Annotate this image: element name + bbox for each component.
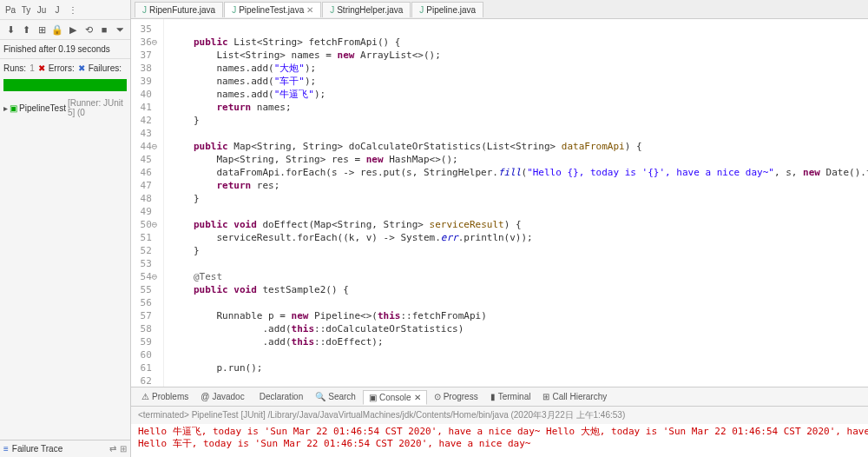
rerun-icon[interactable]: ▶ xyxy=(66,23,80,36)
call hierarchy-icon: ⊞ xyxy=(542,392,549,401)
next-fail-icon[interactable]: ⬇ xyxy=(3,23,17,36)
editor-tabs: JRipenFuture.javaJPipelineTest.java✕JStr… xyxy=(131,0,868,19)
editor-tab[interactable]: JStringHelper.java xyxy=(322,2,411,17)
search-icon: 🔍 xyxy=(315,392,326,401)
terminal-icon: ▮ xyxy=(490,392,496,401)
failures-label: Failures: xyxy=(89,63,122,73)
test-tree[interactable]: ▸ ▣ PipelineTest [Runner: JUnit 5] (0 xyxy=(0,93,130,123)
runs-label: Runs: xyxy=(3,63,26,73)
bottom-panel: ⚠ Problems@ JavadocDeclaration🔍 Search▣ … xyxy=(131,387,868,457)
junit-toolbar: Pa Ty Ju J ⋮ xyxy=(0,0,130,20)
failure-trace-section: ≡ Failure Trace ⇄ ⊞ xyxy=(0,440,130,457)
java-file-icon: J xyxy=(232,5,236,15)
java-file-icon: J xyxy=(419,5,424,15)
bottom-tab-console[interactable]: ▣ Console ✕ xyxy=(363,390,427,405)
ju-icon[interactable]: Ju xyxy=(35,3,49,17)
java-file-icon: J xyxy=(330,5,334,15)
tab-label: PipelineTest.java xyxy=(239,5,304,15)
stop-icon[interactable]: ■ xyxy=(97,23,111,36)
close-tab-icon[interactable]: ✕ xyxy=(306,5,313,15)
history-icon[interactable]: ⏷ xyxy=(113,23,127,36)
bottom-tab-terminal[interactable]: ▮ Terminal xyxy=(485,390,536,403)
test-progress-bar xyxy=(3,79,127,91)
close-icon[interactable]: ✕ xyxy=(414,393,421,402)
bottom-tab-problems[interactable]: ⚠ Problems xyxy=(136,390,194,403)
bottom-tab-declaration[interactable]: Declaration xyxy=(252,390,309,403)
console-icon: ▣ xyxy=(369,393,377,402)
pa-icon[interactable]: Pa xyxy=(3,3,17,17)
failure-trace-icon: ≡ xyxy=(3,444,9,454)
java-file-icon: J xyxy=(142,5,147,15)
runner-info: [Runner: JUnit 5] (0 xyxy=(68,98,127,117)
bottom-view-tabs: ⚠ Problems@ JavadocDeclaration🔍 Search▣ … xyxy=(131,387,868,407)
tab-label: StringHelper.java xyxy=(337,5,403,15)
editor-tab[interactable]: JPipeline.java xyxy=(411,2,483,17)
bottom-tab-call-hierarchy[interactable]: ⊞ Call Hierarchy xyxy=(537,390,612,403)
progress-icon: ⊙ xyxy=(434,392,441,401)
junit-secondary-toolbar: ⬇ ⬆ ⊞ 🔒 ▶ ⟲ ■ ⏷ xyxy=(0,20,130,40)
runs-counts: Runs: 1 ✖ Errors: ✖ Failures: xyxy=(0,59,130,77)
bottom-tab-search[interactable]: 🔍 Search xyxy=(310,390,361,403)
editor-tab[interactable]: JRipenFuture.java xyxy=(135,2,223,17)
tab-label: Pipeline.java xyxy=(426,5,476,15)
javadoc-icon: @ xyxy=(201,392,209,401)
console-output[interactable]: Hello 牛逼飞, today is 'Sun Mar 22 01:46:54… xyxy=(131,424,868,457)
terminated-info: <terminated> PipelineTest [JUnit] /Libra… xyxy=(131,407,868,424)
test-pass-icon: ▣ xyxy=(10,103,17,113)
problems-icon: ⚠ xyxy=(141,392,149,401)
failure-trace-label: Failure Trace xyxy=(12,444,62,454)
junit-view: Pa Ty Ju J ⋮ ⬇ ⬆ ⊞ 🔒 ▶ ⟲ ■ ⏷ Finished af… xyxy=(0,0,131,457)
editor-area: JRipenFuture.javaJPipelineTest.java✕JStr… xyxy=(131,0,868,457)
tab-label: RipenFuture.java xyxy=(149,5,215,15)
prev-fail-icon[interactable]: ⬆ xyxy=(19,23,33,36)
code-editor[interactable]: 35 36⊖ 37 38 39 40 41 42 43 44⊖ 45 46 47… xyxy=(131,19,868,387)
bottom-tab-progress[interactable]: ⊙ Progress xyxy=(429,390,483,403)
editor-tab[interactable]: JPipelineTest.java✕ xyxy=(224,2,321,17)
show-failures-icon[interactable]: ⊞ xyxy=(35,23,49,36)
rerun-failed-icon[interactable]: ⟲ xyxy=(82,23,95,36)
code-content[interactable]: public List<String> fetchFromApi() { Lis… xyxy=(164,19,869,387)
scroll-lock-icon[interactable]: 🔒 xyxy=(50,23,64,36)
finished-status: Finished after 0.19 seconds xyxy=(0,40,130,59)
ty-icon[interactable]: Ty xyxy=(19,3,33,17)
bottom-tab-javadoc[interactable]: @ Javadoc xyxy=(195,390,249,403)
more-icon[interactable]: ⋮ xyxy=(66,3,80,17)
errors-label: Errors: xyxy=(49,63,75,73)
expand-icon[interactable]: ▸ xyxy=(3,103,8,113)
compare-icon[interactable]: ⇄ xyxy=(109,444,116,454)
line-gutter[interactable]: 35 36⊖ 37 38 39 40 41 42 43 44⊖ 45 46 47… xyxy=(131,19,164,387)
filter-icon[interactable]: ⊞ xyxy=(120,444,127,454)
j-icon[interactable]: J xyxy=(50,3,64,17)
test-class-name: PipelineTest xyxy=(19,103,66,113)
